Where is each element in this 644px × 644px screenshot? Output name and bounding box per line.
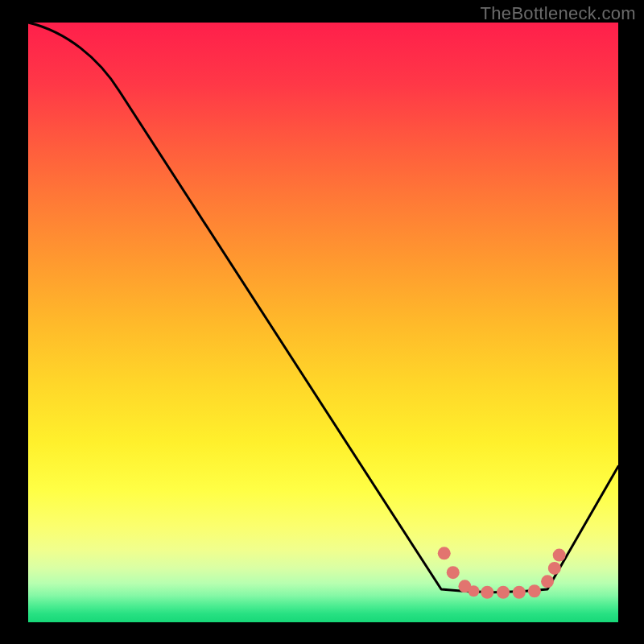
data-marker (468, 585, 479, 597)
heat-gradient-background (28, 23, 618, 622)
data-marker (497, 586, 510, 599)
data-marker (481, 586, 493, 599)
watermark-text: TheBottleneck.com (481, 3, 636, 24)
data-marker (447, 566, 460, 579)
data-marker (438, 547, 451, 559)
data-marker (548, 562, 561, 575)
data-marker (513, 586, 526, 599)
chart-svg (0, 0, 644, 644)
data-marker (528, 584, 541, 597)
data-marker (553, 549, 566, 562)
chart-frame: { "watermark": "TheBottleneck.com", "plo… (0, 0, 644, 644)
data-marker (541, 575, 554, 588)
